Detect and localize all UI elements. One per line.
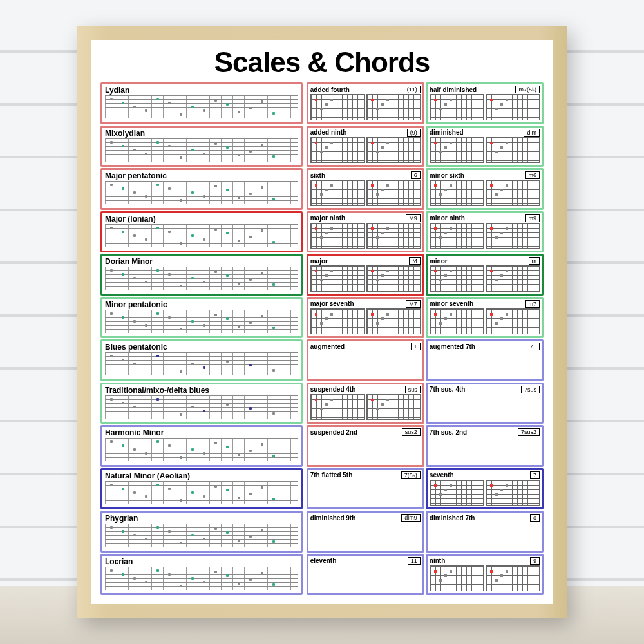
chord-block: 7th sus. 4th7sus — [426, 383, 544, 424]
chord-name: eleventh — [310, 557, 337, 564]
chord-name: diminished 9th — [310, 515, 356, 522]
chord-diagram — [430, 137, 484, 164]
scale-name: Mixolydian — [105, 129, 298, 138]
chord-diagrams — [430, 308, 540, 335]
chord-symbol: m9 — [525, 214, 540, 222]
poster-columns: LydianMixolydianMajor pentatonicMajor (I… — [100, 82, 544, 595]
chord-symbol: M7 — [406, 300, 421, 308]
chord-symbol: o — [530, 514, 540, 522]
chord-name: major — [310, 258, 328, 265]
chord-diagrams — [310, 308, 421, 335]
chord-diagram — [366, 308, 421, 335]
scale-name: Major (Ionian) — [105, 214, 298, 223]
fretboard-diagram — [105, 395, 298, 419]
chord-header: added ninth(9) — [310, 129, 421, 137]
chord-diagrams — [310, 137, 421, 164]
chord-diagram — [430, 223, 484, 249]
chord-header: minorm — [430, 257, 540, 265]
chord-block: ninth9 — [426, 554, 544, 596]
chord-name: 7th sus. 4th — [430, 386, 466, 393]
chord-block: seventh7 — [426, 468, 544, 510]
chord-name: augmented — [310, 343, 345, 350]
chord-diagrams — [430, 437, 540, 463]
chord-diagram — [366, 137, 421, 164]
chord-diagrams — [430, 394, 540, 421]
chord-header: 7th sus. 2nd7sus2 — [430, 428, 540, 436]
chord-name: minor ninth — [430, 214, 465, 222]
chord-symbol: dim9 — [401, 514, 421, 522]
chord-diagrams — [430, 94, 540, 120]
chord-header: 7th flatted 5th7(5♭) — [310, 471, 421, 479]
chord-name: added ninth — [310, 129, 347, 136]
scale-block: Lydian — [100, 82, 303, 124]
chord-header: eleventh11 — [310, 557, 421, 565]
scale-name: Phygrian — [105, 514, 298, 523]
chord-header: half diminishedm7(5♭) — [430, 86, 540, 93]
chords-column: added fourth(11)half diminishedm7(5♭)add… — [307, 82, 544, 595]
chord-diagram — [310, 94, 365, 120]
chord-diagram — [366, 394, 421, 421]
chord-header: sixth6 — [310, 171, 421, 179]
chord-block: augmented 7th7+ — [426, 339, 544, 381]
fretboard-diagram — [105, 181, 298, 204]
chord-diagrams — [310, 394, 421, 421]
chord-symbol: dim — [524, 129, 540, 137]
chord-diagrams — [310, 223, 421, 249]
chord-header: major ninthM9 — [310, 214, 421, 222]
chord-symbol: m7(5♭) — [515, 86, 540, 93]
scale-block: Dorian Minor — [100, 254, 303, 296]
chord-name: 7th sus. 2nd — [430, 429, 467, 436]
chord-block: sixth6 — [307, 168, 424, 210]
chord-diagram — [430, 180, 484, 206]
fretboard-diagram — [105, 310, 298, 333]
chord-name: ninth — [430, 557, 445, 564]
scales-column: LydianMixolydianMajor pentatonicMajor (I… — [100, 82, 303, 595]
chord-diagrams — [430, 137, 540, 164]
chord-diagram — [486, 265, 540, 292]
chord-diagrams — [310, 94, 421, 120]
scale-block: Major pentatonic — [100, 168, 303, 210]
chord-diagram — [310, 180, 365, 206]
scale-block: Harmonic Minor — [100, 425, 303, 467]
chord-diagrams — [430, 351, 540, 377]
chord-diagram — [430, 94, 484, 120]
scale-name: Blues pentatonic — [105, 343, 298, 352]
chord-block: eleventh11 — [307, 554, 424, 596]
scale-block: Natural Minor (Aeolian) — [100, 468, 303, 510]
chord-diagrams — [430, 565, 540, 592]
scale-name: Lydian — [105, 86, 298, 95]
chord-symbol: 7sus2 — [518, 428, 540, 436]
chord-name: diminished — [430, 129, 464, 136]
chord-block: major seventhM7 — [307, 297, 424, 339]
fretboard-diagram — [105, 524, 298, 547]
chord-diagrams — [310, 180, 421, 206]
scale-name: Natural Minor (Aeolian) — [105, 471, 298, 480]
fretboard-diagram — [105, 481, 298, 504]
chord-diagram — [430, 480, 484, 506]
chord-name: sixth — [310, 172, 325, 179]
scale-name: Locrian — [105, 557, 298, 566]
chord-block: half diminishedm7(5♭) — [426, 82, 544, 124]
chord-diagram — [366, 265, 421, 292]
chord-symbol: 11 — [408, 557, 421, 565]
fretboard-diagram — [105, 438, 298, 461]
chord-name: added fourth — [310, 86, 350, 93]
chord-header: added fourth(11) — [310, 86, 421, 93]
chord-diagram — [430, 265, 484, 292]
fretboard-diagram — [105, 138, 298, 162]
scale-name: Harmonic Minor — [105, 428, 298, 437]
chord-symbol: 7+ — [527, 343, 540, 350]
chord-header: seventh7 — [430, 471, 540, 479]
chord-diagrams — [430, 265, 540, 292]
chord-header: 7th sus. 4th7sus — [430, 386, 540, 393]
chord-diagrams — [310, 351, 421, 377]
chord-name: seventh — [430, 471, 454, 478]
chord-diagram — [310, 394, 365, 421]
chord-symbol: 7sus — [521, 386, 540, 393]
chord-symbol: 7 — [530, 471, 540, 479]
chord-diagrams — [310, 565, 421, 592]
chord-symbol: 7(5♭) — [401, 471, 421, 479]
chord-diagram — [366, 94, 421, 120]
scale-name: Dorian Minor — [105, 257, 298, 266]
chord-diagrams — [430, 223, 540, 249]
